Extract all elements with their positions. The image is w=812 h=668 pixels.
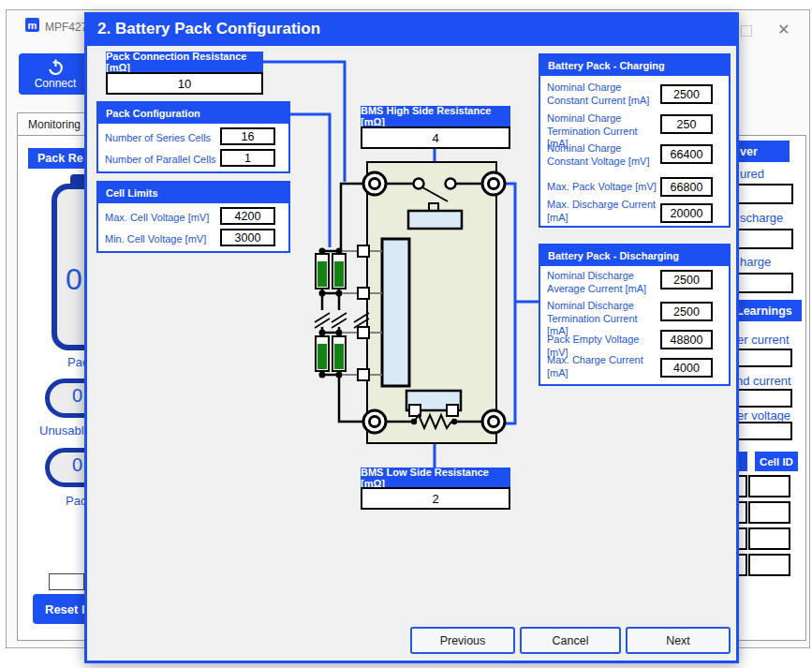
min-cell-voltage-label: Min. Cell Voltage [mV] [105, 233, 206, 246]
parallel-cells-input[interactable]: 1 [220, 149, 275, 167]
series-cells-label: Number of Series Cells [105, 132, 211, 145]
cell-table-cell[interactable] [748, 527, 790, 550]
close-icon[interactable]: ✕ [777, 21, 790, 38]
next-button[interactable]: Next [626, 627, 731, 654]
connect-label: Connect [35, 77, 77, 90]
max-discharge-current-input[interactable]: 20000 [660, 203, 713, 223]
app-logo-icon: m [25, 18, 39, 32]
gauge2-value: 0 [72, 385, 82, 407]
pack-configuration-panel: Pack Configuration Number of Series Cell… [96, 101, 290, 173]
bms-high-side-header: BMS High Side Resistance [mΩ] [361, 106, 510, 126]
discharge-termination-current-input[interactable]: 2500 [660, 302, 713, 321]
charge-termination-current-input[interactable]: 250 [660, 114, 713, 134]
charge-constant-current-label: Nominal Charge Constant Current [mA] [547, 82, 661, 107]
right-field1-input[interactable] [736, 184, 793, 204]
parallel-cells-label: Number of Parallel Cells [105, 154, 216, 167]
discharge-average-current-input[interactable]: 2500 [660, 270, 713, 289]
right-field4-label: er current [737, 333, 790, 347]
right-field5-label: nd current [736, 374, 791, 388]
left-text-input[interactable] [49, 573, 84, 590]
right-field3-input[interactable] [736, 273, 793, 293]
min-cell-voltage-input[interactable]: 3000 [220, 229, 275, 246]
tab-monitoring[interactable]: Monitoring [17, 112, 92, 136]
pack-configuration-header: Pack Configuration [98, 103, 288, 124]
cell-table-cell[interactable] [748, 554, 790, 576]
dialog-titlebar[interactable]: 2. Battery Pack Configuration [84, 12, 739, 46]
right-field6-input[interactable] [736, 422, 792, 440]
right-field4-input[interactable] [736, 349, 792, 367]
bms-high-side-input[interactable]: 4 [361, 126, 510, 149]
max-charge-current-input[interactable]: 4000 [660, 358, 713, 378]
cell-table-cell[interactable] [748, 501, 790, 524]
right-field2-input[interactable] [736, 229, 793, 249]
cell-table-cell[interactable] [748, 475, 790, 497]
power-icon [48, 59, 64, 75]
cell-id-header: Cell ID [755, 452, 798, 471]
connect-button[interactable]: Connect [19, 53, 92, 95]
gauge2-label: Unusabl [39, 423, 84, 438]
charge-constant-voltage-label: Nominal Charge Constant Voltage [mV] [547, 142, 661, 168]
battery-pack-discharging-panel: Battery Pack - Discharging Nominal Disch… [539, 244, 731, 386]
discharge-termination-current-label: Nominal Discharge Termination Current [m… [547, 300, 661, 338]
max-discharge-current-label: Max. Discharge Current [mA] [547, 199, 661, 224]
cell-limits-panel: Cell Limits Max. Cell Voltage [mV] 4200 … [96, 181, 290, 253]
discharge-average-current-label: Nominal Discharge Average Current [mA] [547, 270, 661, 295]
pack-connection-resistance-input[interactable]: 10 [106, 72, 263, 95]
gauge1-value: 0 [66, 262, 82, 297]
bms-low-side-header: BMS Low Side Resistance [mΩ] [361, 468, 510, 487]
max-pack-voltage-label: Max. Pack Voltage [mV] [547, 181, 661, 194]
charge-constant-voltage-input[interactable]: 66400 [660, 144, 713, 164]
right-field1-label: ured [740, 167, 764, 181]
gauge3-value: 0 [72, 454, 82, 476]
dialog-title: 2. Battery Pack Configuration [97, 20, 320, 38]
battery-pack-charging-panel: Battery Pack - Charging Nominal Charge C… [539, 53, 731, 228]
right-field6-label: er voltage [737, 408, 790, 423]
pack-empty-voltage-input[interactable]: 48800 [660, 330, 713, 349]
series-cells-input[interactable]: 16 [220, 127, 275, 145]
cell-limits-header: Cell Limits [98, 183, 288, 203]
previous-button[interactable]: Previous [410, 627, 515, 654]
right-field3-label: harge [740, 255, 771, 269]
cancel-button[interactable]: Cancel [520, 627, 621, 654]
right-field2-label: scharge [740, 211, 783, 225]
charge-constant-current-input[interactable]: 2500 [660, 84, 713, 104]
charging-header: Battery Pack - Charging [540, 55, 729, 76]
max-pack-voltage-input[interactable]: 66800 [660, 177, 713, 197]
pack-connection-resistance-header: Pack Connection Resistance [mΩ] [106, 52, 263, 72]
pack-section-header: Pack Re [28, 148, 89, 169]
bms-low-side-input[interactable]: 2 [361, 487, 510, 510]
max-charge-current-label: Max. Charge Current [mA] [547, 354, 661, 379]
maximize-icon[interactable] [741, 25, 752, 37]
max-cell-voltage-label: Max. Cell Voltage [mV] [105, 212, 209, 225]
discharging-header: Battery Pack - Discharging [540, 245, 729, 266]
right-field5-input[interactable] [736, 389, 792, 408]
max-cell-voltage-input[interactable]: 4200 [220, 207, 275, 225]
